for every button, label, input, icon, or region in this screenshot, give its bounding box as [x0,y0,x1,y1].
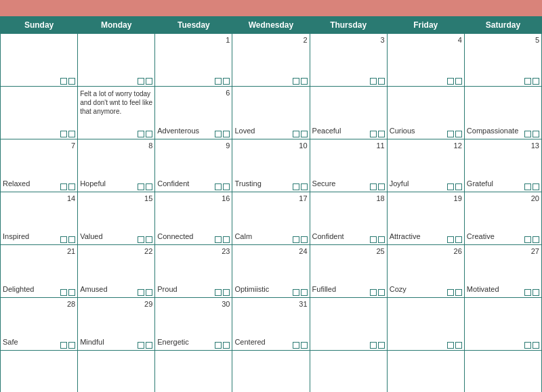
calendar-cell[interactable] [155,351,232,393]
mini-box [215,78,222,85]
calendar-cell[interactable]: 31Centered [232,298,310,351]
day-number: 9 [157,141,230,151]
mini-box [301,342,308,349]
mini-box [447,289,454,296]
mini-box [455,183,462,190]
calendar-cell[interactable] [464,298,541,351]
col-tuesday: Tuesday [155,17,232,34]
calendar-cell[interactable]: 15Valued [78,192,155,245]
bottom-boxes [293,289,308,296]
calendar-cell[interactable] [464,351,541,393]
bottom-boxes [293,342,308,349]
mini-box [301,131,308,137]
mini-box [146,78,152,85]
mini-box [455,236,462,243]
calendar-cell[interactable]: 1 [155,34,232,87]
calendar-cell[interactable]: 7Relaxed [1,139,78,192]
mini-box [215,131,222,137]
calendar-cell[interactable] [232,351,310,393]
mini-box [370,183,377,190]
calendar-cell[interactable] [387,298,464,351]
bottom-boxes [60,236,75,243]
mini-box [138,342,144,349]
calendar-cell[interactable]: Curious [387,87,464,139]
calendar-cell[interactable]: Felt a lot of worry today and don't wnt … [78,87,155,139]
mini-box [223,342,230,349]
calendar-cell[interactable]: 11Secure [310,139,387,192]
day-emotion: Curious [390,127,415,135]
calendar-cell[interactable] [78,351,155,393]
calendar-cell[interactable]: 13Grateful [464,139,541,192]
bottom-boxes [447,289,462,296]
calendar-cell[interactable]: 28Safe [1,298,78,351]
calendar-cell[interactable]: 24Optimiistic [232,245,310,298]
calendar-cell[interactable]: 12Joyful [387,139,464,192]
calendar-cell[interactable]: Compassionate [464,87,541,139]
day-number: 3 [312,35,385,45]
calendar-cell[interactable]: 10Trusting [232,139,310,192]
day-number: 5 [467,35,539,45]
day-number: 4 [390,35,462,45]
mini-box [455,342,462,349]
calendar-cell[interactable]: 19Attractive [387,192,464,245]
calendar-cell[interactable] [78,34,155,87]
calendar-cell[interactable]: 14Inspired [1,192,78,245]
calendar-cell[interactable]: 23Proud [155,245,232,298]
bottom-boxes [60,78,75,85]
bottom-boxes [60,183,75,190]
calendar-cell[interactable]: 25Fufilled [310,245,387,298]
calendar-cell[interactable]: 27Motivated [464,245,541,298]
calendar-cell[interactable]: 9Confident [155,139,232,192]
day-emotion: Compassionate [467,127,518,135]
day-number: 15 [80,194,152,204]
day-emotion: Trusting [234,179,261,188]
day-emotion: Calm [234,232,252,240]
bottom-boxes [447,236,462,243]
day-emotion: Fufilled [312,285,336,293]
bottom-boxes [138,78,152,85]
calendar-cell[interactable]: 16Connected [155,192,232,245]
day-emotion: Loved [234,127,255,135]
calendar-cell[interactable]: Peaceful [310,87,387,139]
calendar-cell[interactable]: 17Calm [232,192,310,245]
mini-box [533,289,539,296]
day-number: 18 [312,194,385,204]
mini-box [215,236,222,243]
bottom-boxes [138,289,152,296]
calendar-cell[interactable]: 30Energetic [155,298,232,351]
bottom-boxes [447,342,462,349]
calendar-cell[interactable] [310,351,387,393]
calendar-cell[interactable]: 29Mindful [78,298,155,351]
day-number: 10 [234,141,307,151]
calendar-cell[interactable] [310,298,387,351]
calendar-cell[interactable] [387,351,464,393]
mini-box [293,131,299,137]
bottom-boxes [370,342,385,349]
calendar-cell[interactable]: 21Delighted [1,245,78,298]
calendar-cell[interactable]: 2 [232,34,310,87]
day-emotion: Energetic [157,338,188,346]
day-number: 12 [390,141,462,151]
calendar-cell[interactable]: 6Adventerous [155,87,232,139]
day-number: 19 [390,194,462,204]
calendar-cell[interactable] [1,87,78,139]
bottom-boxes [138,131,152,137]
bottom-boxes [60,131,75,137]
day-emotion: Amused [80,285,107,293]
bottom-boxes [215,289,230,296]
calendar-cell[interactable]: 4 [387,34,464,87]
calendar-cell[interactable]: 18Confident [310,192,387,245]
calendar-cell[interactable]: 5 [464,34,541,87]
calendar-cell[interactable]: 8Hopeful [78,139,155,192]
bottom-boxes [60,289,75,296]
calendar-cell[interactable] [1,351,78,393]
calendar-cell[interactable]: 3 [310,34,387,87]
calendar-cell[interactable] [1,34,78,87]
calendar-cell[interactable]: 22Amused [78,245,155,298]
mini-box [146,289,152,296]
mini-box [378,131,385,137]
calendar-cell[interactable]: 20Creative [464,192,541,245]
mini-box [533,183,539,190]
calendar-cell[interactable]: Loved [232,87,310,139]
calendar-cell[interactable]: 26Cozy [387,245,464,298]
